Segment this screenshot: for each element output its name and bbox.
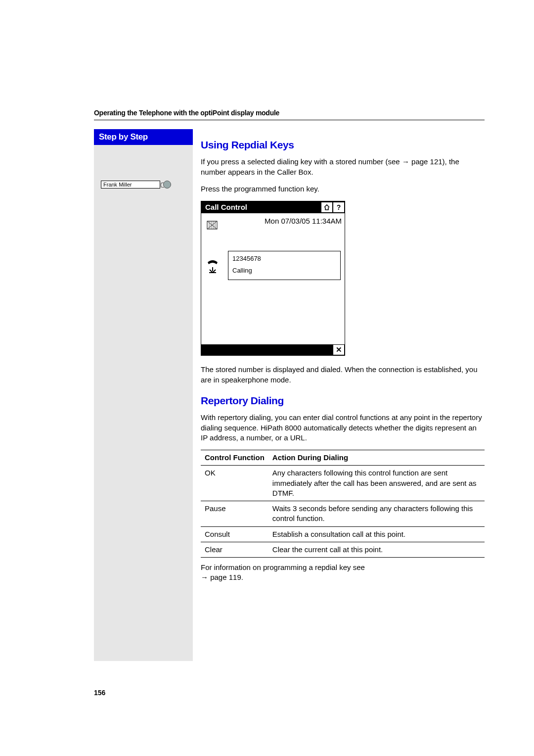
- note-icon: [201, 213, 224, 238]
- th-control-function: Control Function: [201, 450, 268, 466]
- running-header: Operating the Telephone with the optiPoi…: [94, 109, 485, 117]
- page-number: 156: [94, 689, 105, 697]
- cell-fn: Clear: [201, 542, 268, 557]
- step-by-step-header: Step by Step: [94, 129, 193, 145]
- cell-fn: OK: [201, 466, 268, 501]
- page-ref-link[interactable]: → page 121: [402, 157, 443, 166]
- cell-act: Establish a consultation call at this po…: [268, 526, 485, 542]
- close-icon[interactable]: ✕: [333, 344, 345, 355]
- th-action: Action During Dialing: [268, 450, 485, 466]
- function-key[interactable]: Frank Miller: [101, 181, 171, 189]
- text: .: [241, 573, 243, 581]
- table-row: Consult Establish a consultation call at…: [201, 526, 485, 542]
- paragraph: With repertory dialing, you can enter di…: [201, 413, 485, 443]
- phone-datetime: Mon 07/03/05 11:34AM: [224, 213, 345, 228]
- phone-title: Call Control: [201, 202, 321, 212]
- phone-footer: ✕: [201, 344, 345, 355]
- led-icon: [163, 181, 171, 189]
- text: For information on programming a repdial…: [201, 563, 365, 571]
- section-title-repertory: Repertory Dialing: [201, 394, 485, 408]
- paragraph: For information on programming a repdial…: [201, 563, 485, 583]
- dialed-number: 12345678: [232, 254, 336, 263]
- section-title-repdial: Using Repdial Keys: [201, 138, 485, 152]
- header-rule: [94, 120, 485, 120]
- cell-act: Waits 3 seconds before sending any chara…: [268, 501, 485, 527]
- cell-fn: Consult: [201, 526, 268, 542]
- cell-act: Any characters following this control fu…: [268, 466, 485, 501]
- text: If you press a selected dialing key with…: [201, 157, 402, 166]
- paragraph: The stored number is displayed and diale…: [201, 365, 485, 385]
- paragraph: If you press a selected dialing key with…: [201, 157, 485, 177]
- paragraph: Press the programmed function key.: [201, 184, 485, 194]
- caller-box: 12345678 Calling: [228, 251, 341, 280]
- table-row: OK Any characters following this control…: [201, 466, 485, 501]
- home-icon[interactable]: [321, 202, 333, 213]
- table-row: Clear Clear the current call at this poi…: [201, 542, 485, 557]
- handset-down-icon: [201, 254, 224, 279]
- cell-act: Clear the current call at this point.: [268, 542, 485, 557]
- step-sidebar: Step by Step Frank Miller: [94, 129, 193, 661]
- cell-fn: Pause: [201, 501, 268, 527]
- table-row: Pause Waits 3 seconds before sending any…: [201, 501, 485, 527]
- call-status: Calling: [232, 266, 336, 275]
- main-column: Using Repdial Keys If you press a select…: [193, 129, 485, 590]
- control-function-table: Control Function Action During Dialing O…: [201, 450, 485, 558]
- phone-display: Call Control ?: [201, 201, 345, 356]
- function-key-label: Frank Miller: [101, 181, 160, 189]
- table-header-row: Control Function Action During Dialing: [201, 450, 485, 466]
- page-ref-link[interactable]: → page 119: [201, 573, 241, 581]
- phone-titlebar: Call Control ?: [201, 201, 345, 213]
- help-icon[interactable]: ?: [333, 202, 345, 213]
